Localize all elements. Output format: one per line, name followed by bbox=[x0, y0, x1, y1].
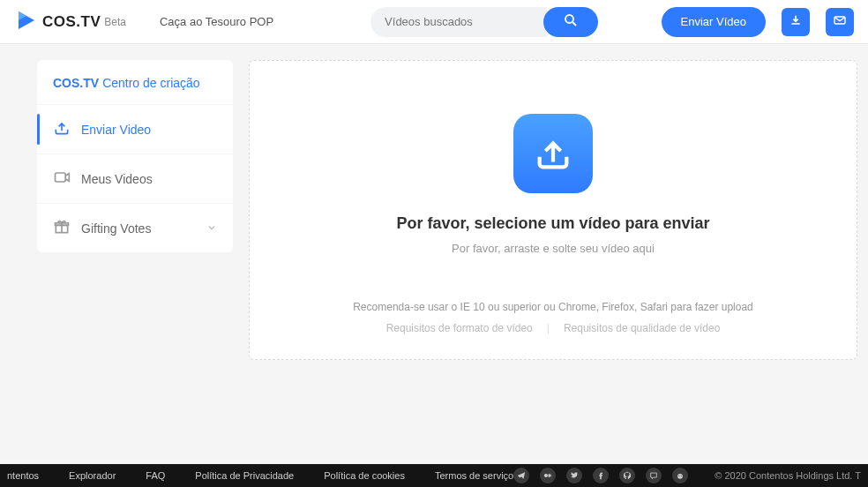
sidebar-item-my-videos[interactable]: Meus Videos bbox=[37, 154, 233, 203]
copyright: © 2020 Contentos Holdings Ltd. T bbox=[715, 470, 861, 481]
svg-point-8 bbox=[551, 474, 552, 476]
video-icon bbox=[53, 169, 71, 189]
mail-button[interactable] bbox=[826, 8, 854, 36]
upload-subtitle: Por favor, arraste e solte seu vídeo aqu… bbox=[452, 242, 655, 255]
play-logo-icon bbox=[14, 9, 37, 35]
telegram-icon[interactable] bbox=[513, 468, 529, 483]
svg-point-11 bbox=[681, 476, 682, 476]
upload-hero-icon bbox=[513, 114, 593, 193]
header-actions: Enviar Vídeo bbox=[662, 7, 854, 37]
footer-link[interactable]: ntentos bbox=[7, 470, 39, 481]
sidebar-brand: COS.TV bbox=[53, 76, 99, 90]
divider: | bbox=[547, 322, 550, 334]
search-form bbox=[370, 7, 598, 37]
twitter-icon[interactable] bbox=[566, 468, 582, 483]
sidebar-item-gifting[interactable]: Gifting Votes bbox=[37, 203, 233, 252]
format-requirements-link[interactable]: Requisitos de formato de vídeo bbox=[386, 322, 533, 334]
footer-link[interactable]: Política de cookies bbox=[324, 470, 405, 481]
svg-rect-3 bbox=[56, 173, 66, 182]
main: COS.TV Centro de criação Enviar Video Me… bbox=[0, 44, 868, 360]
upload-links: Requisitos de formato de vídeo | Requisi… bbox=[386, 322, 721, 334]
upload-hint: Recomenda-se usar o IE 10 ou superior ou… bbox=[353, 301, 753, 313]
beta-badge: Beta bbox=[104, 16, 126, 28]
download-icon bbox=[789, 13, 803, 31]
footer: ntentos Explorador FAQ Política de Priva… bbox=[0, 464, 868, 487]
search-button[interactable] bbox=[543, 7, 598, 37]
sidebar-item-label: Meus Videos bbox=[81, 172, 153, 186]
chevron-down-icon bbox=[206, 221, 217, 236]
medium-icon[interactable] bbox=[540, 468, 556, 483]
upload-dropzone[interactable]: Por favor, selecione um vídeo para envia… bbox=[249, 60, 857, 360]
reddit-icon[interactable] bbox=[672, 468, 688, 483]
facebook-icon[interactable] bbox=[593, 468, 609, 483]
github-icon[interactable] bbox=[619, 468, 635, 483]
footer-socials: © 2020 Contentos Holdings Ltd. T bbox=[513, 468, 861, 483]
logo-text: COS.TV bbox=[42, 13, 101, 31]
search-input[interactable] bbox=[370, 7, 547, 37]
svg-point-7 bbox=[549, 474, 551, 477]
sidebar-subtitle: Centro de criação bbox=[102, 76, 200, 90]
logo[interactable]: COS.TV Beta bbox=[14, 9, 126, 35]
sidebar-title: COS.TV Centro de criação bbox=[37, 60, 233, 104]
sidebar: COS.TV Centro de criação Enviar Video Me… bbox=[37, 60, 233, 252]
footer-links: ntentos Explorador FAQ Política de Priva… bbox=[7, 470, 513, 481]
send-video-button[interactable]: Enviar Vídeo bbox=[662, 7, 766, 37]
search-icon bbox=[563, 12, 579, 31]
upload-icon bbox=[53, 119, 71, 139]
download-button[interactable] bbox=[782, 8, 810, 36]
footer-link[interactable]: Termos de serviço bbox=[435, 470, 513, 481]
svg-line-1 bbox=[572, 22, 576, 26]
svg-point-10 bbox=[679, 476, 680, 476]
footer-link[interactable]: Política de Privacidade bbox=[195, 470, 294, 481]
svg-point-0 bbox=[565, 15, 573, 23]
mail-icon bbox=[833, 13, 847, 31]
promo-link[interactable]: Caça ao Tesouro POP bbox=[160, 15, 273, 28]
footer-link[interactable]: Explorador bbox=[69, 470, 116, 481]
svg-point-9 bbox=[677, 474, 683, 479]
header: COS.TV Beta Caça ao Tesouro POP Enviar V… bbox=[0, 0, 868, 44]
gift-icon bbox=[53, 218, 71, 238]
sidebar-item-upload[interactable]: Enviar Video bbox=[37, 104, 233, 154]
sidebar-item-label: Gifting Votes bbox=[81, 221, 151, 236]
quality-requirements-link[interactable]: Requisitos de qualidade de vídeo bbox=[564, 322, 720, 334]
upload-title: Por favor, selecione um vídeo para envia… bbox=[396, 214, 709, 233]
sidebar-item-label: Enviar Video bbox=[81, 123, 151, 137]
svg-point-6 bbox=[544, 474, 548, 477]
chat-icon[interactable] bbox=[646, 468, 662, 483]
footer-link[interactable]: FAQ bbox=[146, 470, 165, 481]
